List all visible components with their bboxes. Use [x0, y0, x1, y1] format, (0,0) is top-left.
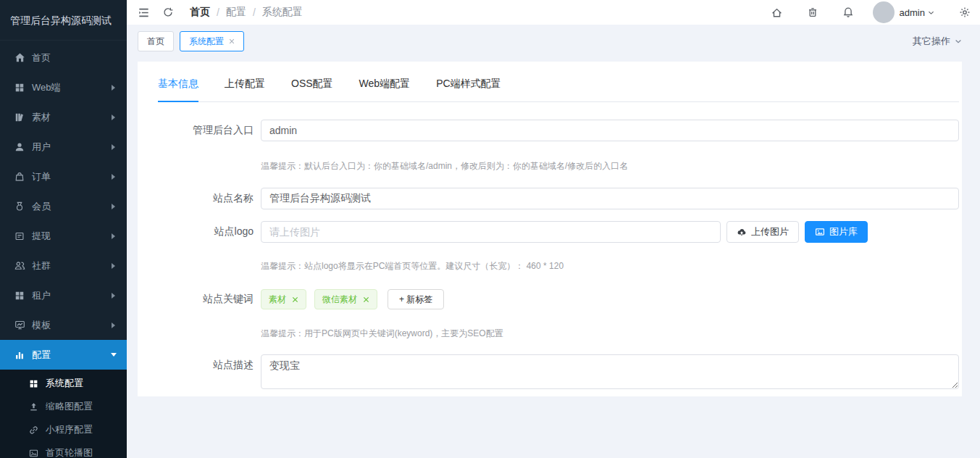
image-gallery-label: 图片库 — [829, 225, 858, 238]
page-tag-home[interactable]: 首页 — [138, 31, 174, 51]
sidebar-item-user[interactable]: 用户 — [0, 132, 127, 162]
app-logo-title: 管理后台异构源码测试 — [0, 0, 127, 41]
site-logo-label: 站点logo — [158, 225, 254, 238]
image-icon — [28, 448, 39, 458]
refresh-icon[interactable] — [162, 7, 174, 18]
page-tag-label: 首页 — [147, 36, 164, 48]
sidebar-item-label: 素材 — [32, 111, 51, 124]
sidebar-subitem-system-config[interactable]: 系统配置 — [0, 372, 127, 395]
page-tags-bar: 首页 系统配置 其它操作 — [127, 25, 980, 58]
close-icon[interactable] — [363, 296, 369, 303]
tab-upload-config[interactable]: 上传配置 — [225, 78, 265, 101]
user-menu[interactable]: admin — [900, 7, 935, 18]
sidebar-item-label: Web端 — [32, 81, 61, 94]
sidebar-subitem-label: 小程序配置 — [46, 423, 93, 436]
sidebar-item-label: 订单 — [32, 170, 51, 183]
people-icon — [14, 260, 25, 272]
sidebar-item-config[interactable]: 配置 — [0, 340, 127, 370]
sidebar-item-label: 提现 — [32, 230, 51, 243]
cloud-upload-icon — [737, 227, 747, 237]
form-row-site-desc: 站点描述 变现宝 — [158, 354, 959, 389]
basic-info-form: 管理后台入口 温馨提示：默认后台入口为：你的基础域名/admin，修改后则为：你… — [158, 102, 959, 389]
chevron-down-icon — [927, 9, 935, 17]
site-desc-textarea[interactable]: 变现宝 — [261, 354, 959, 389]
user-avatar[interactable] — [873, 1, 895, 23]
more-actions-label: 其它操作 — [913, 35, 950, 48]
chevron-right-icon — [112, 322, 115, 328]
sidebar-subitem-label: 系统配置 — [46, 377, 83, 390]
chevron-right-icon — [112, 144, 115, 150]
sidebar-item-label: 租户 — [32, 289, 51, 302]
app-root: 管理后台异构源码测试 首页 Web端 素材 用户 — [0, 0, 980, 458]
trash-icon[interactable] — [807, 7, 818, 18]
site-name-input[interactable] — [261, 188, 959, 209]
add-keyword-button[interactable]: + 新标签 — [388, 289, 444, 309]
sidebar-subitem-thumbnail-config[interactable]: 缩略图配置 — [0, 395, 127, 418]
sidebar-item-home[interactable]: 首页 — [0, 43, 127, 72]
site-keywords-label: 站点关键词 — [158, 293, 254, 306]
settings-gear-icon[interactable] — [959, 7, 971, 18]
bag-icon — [14, 171, 25, 183]
grid-icon — [14, 290, 25, 301]
tab-basic-info[interactable]: 基本信息 — [158, 78, 198, 102]
user-icon — [14, 141, 25, 153]
sidebar-subitem-home-carousel[interactable]: 首页轮播图 — [0, 441, 127, 458]
site-logo-hint: 温馨提示：站点logo将显示在PC端首页等位置。建议尺寸（长宽）： 460 * … — [158, 260, 959, 272]
tab-web-config[interactable]: Web端配置 — [359, 78, 411, 101]
sidebar-item-material[interactable]: 素材 — [0, 102, 127, 132]
upload-icon — [28, 401, 39, 412]
chevron-down-icon — [954, 37, 963, 46]
grid-icon — [14, 82, 25, 93]
sidebar-item-community[interactable]: 社群 — [0, 251, 127, 280]
grid-icon — [28, 378, 39, 389]
breadcrumb-item-config[interactable]: 配置 — [226, 6, 246, 19]
more-actions-dropdown[interactable]: 其它操作 — [913, 35, 963, 48]
admin-entry-input[interactable] — [261, 120, 959, 141]
chevron-right-icon — [112, 263, 115, 269]
sidebar-item-label: 社群 — [32, 259, 51, 272]
form-row-admin-entry: 管理后台入口 — [158, 120, 959, 141]
keyword-tag-label: 微信素材 — [322, 293, 357, 306]
sidebar-item-label: 配置 — [32, 349, 51, 362]
sidebar-subitem-miniprogram-config[interactable]: 小程序配置 — [0, 418, 127, 441]
username-label: admin — [900, 7, 925, 18]
board-chart-icon — [14, 320, 25, 331]
upload-image-label: 上传图片 — [751, 225, 789, 238]
keyword-tag: 微信素材 — [314, 289, 377, 309]
tab-pc-style-config[interactable]: PC端样式配置 — [436, 78, 501, 101]
chevron-right-icon — [112, 233, 115, 239]
sidebar-item-member[interactable]: 会员 — [0, 191, 127, 221]
sidebar-item-web[interactable]: Web端 — [0, 72, 127, 102]
sidebar-item-order[interactable]: 订单 — [0, 162, 127, 191]
page-tag-label: 系统配置 — [189, 36, 224, 48]
sidebar-subitem-label: 首页轮播图 — [46, 446, 93, 458]
medal-icon — [14, 201, 25, 212]
breadcrumb-item-home[interactable]: 首页 — [190, 6, 210, 19]
close-icon[interactable] — [292, 296, 298, 303]
bell-icon[interactable] — [842, 7, 854, 18]
sidebar-item-template[interactable]: 模板 — [0, 310, 127, 340]
form-row-site-keywords: 站点关键词 素材 微信素材 + 新标签 — [158, 289, 959, 309]
sidebar-item-tenant[interactable]: 租户 — [0, 280, 127, 310]
sidebar-item-label: 用户 — [32, 141, 51, 154]
page-tag-system-config[interactable]: 系统配置 — [180, 31, 244, 51]
site-keywords-hint: 温馨提示：用于PC版网页中关键词(keyword)，主要为SEO配置 — [158, 328, 959, 340]
upload-image-button[interactable]: 上传图片 — [726, 221, 799, 243]
sidebar-item-label: 首页 — [32, 51, 51, 64]
site-name-label: 站点名称 — [158, 192, 254, 205]
image-icon — [815, 227, 825, 237]
sidebar-item-label: 会员 — [32, 200, 51, 213]
home-icon — [14, 52, 25, 64]
sidebar-subitem-label: 缩略图配置 — [46, 400, 93, 413]
home-icon[interactable] — [771, 7, 783, 19]
site-logo-input[interactable] — [261, 221, 721, 243]
collapse-sidebar-icon[interactable] — [138, 7, 150, 19]
link-icon — [28, 425, 39, 436]
chevron-right-icon — [112, 293, 115, 299]
chevron-right-icon — [112, 204, 115, 209]
tab-oss-config[interactable]: OSS配置 — [291, 78, 333, 101]
close-icon[interactable] — [229, 38, 235, 44]
image-gallery-button[interactable]: 图片库 — [805, 221, 868, 243]
chevron-right-icon — [112, 174, 115, 180]
sidebar-item-withdraw[interactable]: 提现 — [0, 221, 127, 251]
